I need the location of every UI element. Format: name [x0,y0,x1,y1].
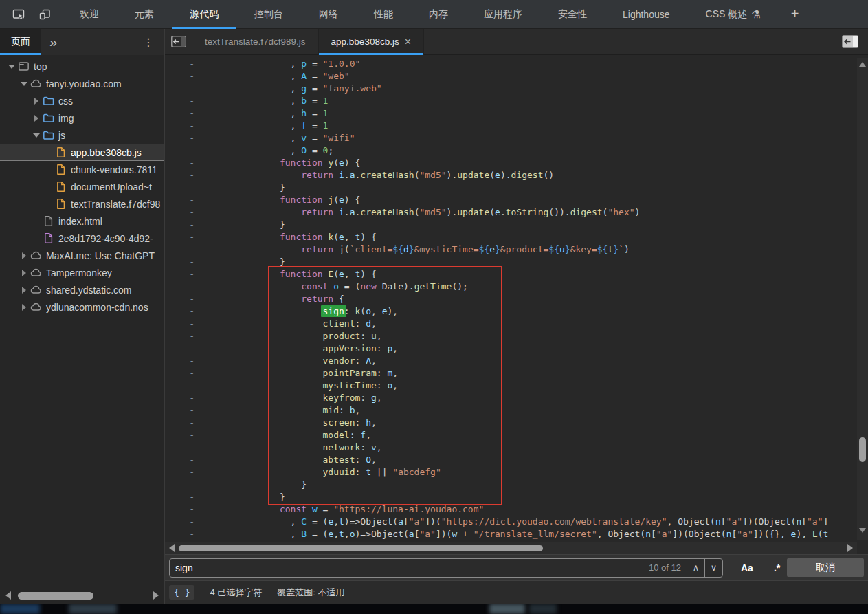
tree-item-shared.ydstatic.com[interactable]: shared.ydstatic.com [0,281,164,298]
search-input[interactable] [170,562,643,573]
toggle-sidebar-icon[interactable] [836,29,864,55]
chevron-down-icon[interactable] [30,133,42,138]
devtools-tab-label: 元素 [135,8,154,21]
tree-item-index.html[interactable]: index.html [0,212,164,230]
code-line: - , b = 1 [165,95,868,107]
cloud-icon [30,284,42,296]
scroll-down-icon[interactable] [859,528,866,533]
tree-item-documentupload-t[interactable]: documentUpload~t [0,178,164,195]
gutter-marker: - [165,83,210,95]
devtools-tab-6[interactable]: 内存 [411,0,466,29]
tree-item-maxai.me-use-chatgpt[interactable]: MaxAI.me: Use ChatGPT [0,247,164,264]
code-line: - } [165,479,868,491]
tree-item-label: documentUpload~t [71,182,152,193]
code-line: - , C = (e,t)=>Object(a["a"])("https://d… [165,516,868,528]
chevron-right-icon[interactable] [18,252,30,259]
gutter-marker: - [165,342,210,355]
gutter-marker: - [165,256,210,268]
chevron-down-icon[interactable] [18,82,30,86]
tree-item-texttranslate.f7dcf98[interactable]: textTranslate.f7dcf98 [0,195,164,212]
devtools-tab-9[interactable]: Lighthouse [605,0,688,29]
devtools-tab-10[interactable]: CSS 概述⚗ [688,0,779,29]
tree-item-label: index.html [58,216,102,227]
code-line: - , B = (e,t,o)=>Object(a["a"])(w + "/tr… [165,528,868,540]
code-line: - , A = "web" [165,70,868,83]
devtools-tab-2[interactable]: 源代码 [172,0,236,29]
gutter-marker: - [165,392,210,404]
chevron-right-icon[interactable] [18,304,30,311]
navigator-header: 页面 » ⋮ [0,29,165,55]
cancel-button[interactable]: 取消 [787,558,864,577]
close-icon[interactable]: × [405,36,411,47]
tree-item-label: fanyi.youdao.com [46,78,122,89]
gutter-marker: - [165,305,210,318]
editor-horizontal-scrollbar[interactable] [165,542,857,554]
previous-match-button[interactable]: ∧ [687,558,704,578]
next-match-button[interactable]: ∨ [704,558,722,578]
add-tab-button[interactable]: + [779,6,812,22]
code-line: - function E(e, t) { [165,268,868,281]
scroll-left-icon[interactable] [169,544,175,552]
chevron-right-icon[interactable] [18,270,30,276]
scroll-right-icon[interactable] [153,591,159,600]
more-options-icon[interactable]: ⋮ [133,36,164,49]
code-line: - model: f, [165,429,868,441]
tree-item-fanyi.youdao.com[interactable]: fanyi.youdao.com [0,75,164,92]
code-line: - return i.a.createHash("md5").update(e.… [165,206,868,219]
scroll-left-icon[interactable] [5,591,11,600]
gutter-marker: - [165,441,210,454]
code-line: - pointParam: m, [165,367,868,380]
tree-item-tampermonkey[interactable]: Tampermonkey [0,264,164,281]
device-toolbar-icon[interactable] [33,3,56,26]
devtools-tab-1[interactable]: 元素 [117,0,172,29]
devtools-tab-0[interactable]: 欢迎 [62,0,117,29]
devtools-tab-4[interactable]: 网络 [301,0,356,29]
scroll-up-icon[interactable] [859,62,866,67]
devtools-tab-3[interactable]: 控制台 [236,0,301,29]
code-line: - keyfrom: g, [165,392,868,404]
scrollbar-thumb[interactable] [859,437,866,462]
gutter-marker: - [165,330,210,342]
tree-item-css[interactable]: css [0,92,164,109]
regex-button[interactable]: .* [774,562,780,573]
navigator-panel: topfanyi.youdao.comcssimgjsapp.bbe308cb.… [0,55,165,604]
file-js-icon [55,198,67,210]
chevron-right-icon[interactable] [30,98,42,105]
tree-item-app.bbe308cb.js[interactable]: app.bbe308cb.js [0,144,164,161]
tree-item-top[interactable]: top [0,58,164,75]
gutter-marker: - [165,417,210,429]
editor-tab-label: textTranslate.f7dcf989.js [205,36,306,47]
overflow-tabs-icon[interactable]: » [41,34,65,50]
devtools-tab-8[interactable]: 安全性 [540,0,605,29]
devtools-tab-7[interactable]: 应用程序 [466,0,540,29]
chevron-down-icon[interactable] [5,65,17,69]
tree-item-js[interactable]: js [0,127,164,144]
scrollbar-thumb[interactable] [18,592,93,600]
editor-tab-1[interactable]: app.bbe308cb.js× [319,29,424,55]
match-case-button[interactable]: Aa [741,562,753,573]
code-line: - screen: h, [165,417,868,429]
inspect-icon[interactable] [7,3,30,26]
code-editor[interactable]: - , p = "1.0.0"- , A = "web"- , g = "fan… [165,55,868,542]
code-line: - } [165,491,868,503]
tree-item-img[interactable]: img [0,109,164,127]
scroll-right-icon[interactable] [847,544,853,552]
gutter-marker: - [165,169,210,182]
chevron-right-icon[interactable] [30,115,42,122]
code-line: - mysticTime: o, [165,380,868,392]
editor-tab-0[interactable]: textTranslate.f7dcf989.js [192,29,319,55]
sidebar-horizontal-scrollbar[interactable] [0,589,164,602]
vertical-scrollbar[interactable] [857,58,868,540]
pretty-print-button[interactable]: { } [169,585,194,600]
tree-item-chunk-vendors.7811[interactable]: chunk-vendors.7811 [0,161,164,178]
chevron-right-icon[interactable] [18,287,30,294]
code-line: - , v = "wifi" [165,132,868,144]
toggle-navigator-icon[interactable] [165,29,192,55]
gutter-marker: - [165,528,210,540]
tab-page[interactable]: 页面 [0,29,41,55]
tree-item-2e8d1792-4c90-4d92-[interactable]: 2e8d1792-4c90-4d92- [0,230,164,247]
devtools-tab-5[interactable]: 性能 [356,0,411,29]
cloud-icon [30,301,42,313]
scrollbar-thumb[interactable] [179,545,543,551]
tree-item-ydlunacommon-cdn.nos[interactable]: ydlunacommon-cdn.nos [0,298,164,316]
